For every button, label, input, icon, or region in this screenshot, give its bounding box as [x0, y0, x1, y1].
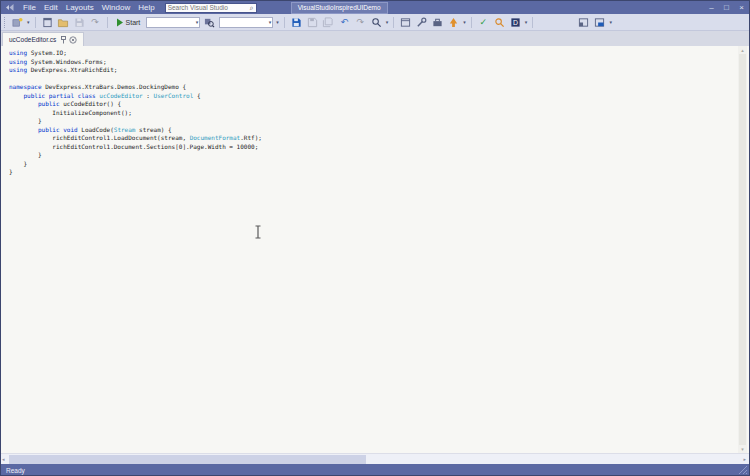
run-checks-icon[interactable]: ✓: [477, 16, 490, 29]
menu-layouts[interactable]: Layouts: [62, 1, 98, 14]
zoom-icon[interactable]: [370, 16, 383, 29]
dock-layout-left-icon[interactable]: [577, 16, 590, 29]
close-tab-icon[interactable]: [69, 36, 77, 44]
vertical-scrollbar[interactable]: ▴ ▾: [738, 46, 747, 453]
save-as-icon[interactable]: [306, 16, 319, 29]
search-input[interactable]: [168, 4, 250, 11]
svg-text:D: D: [513, 19, 518, 26]
close-button[interactable]: ×: [734, 1, 749, 14]
new-item-dropdown-icon[interactable]: ▾: [27, 16, 30, 29]
tab-label: ucCodeEditor.cs: [9, 36, 56, 43]
app-icon: [5, 3, 15, 12]
undo-icon[interactable]: ↶: [338, 16, 351, 29]
start-label: Start: [126, 19, 141, 26]
new-window-icon[interactable]: [399, 16, 412, 29]
code-line: }: [9, 160, 750, 169]
toolbox-icon[interactable]: [431, 16, 444, 29]
wrench-icon[interactable]: [415, 16, 428, 29]
save-all-icon[interactable]: [322, 16, 335, 29]
dock-layout-dropdown-icon[interactable]: ▾: [609, 16, 612, 29]
code-line: using System.IO;: [9, 49, 750, 58]
code-line: richEditControl1.Document.Sections[0].Pa…: [9, 143, 750, 152]
tab-uccodeeditor[interactable]: ucCodeEditor.cs: [2, 32, 84, 46]
new-item-icon[interactable]: [11, 16, 24, 29]
navigate-forward-icon[interactable]: ↷: [89, 16, 102, 29]
code-area[interactable]: using System.IO;using System.Windows.For…: [1, 46, 750, 453]
start-debug-button[interactable]: Start: [113, 16, 144, 29]
scroll-up-icon[interactable]: ▴: [741, 46, 744, 54]
code-line: namespace DevExpress.XtraBars.Demos.Dock…: [9, 83, 750, 92]
code-line: [9, 75, 750, 84]
search-target-combobox[interactable]: ▾: [219, 17, 273, 28]
code-line: }: [9, 168, 750, 177]
toolbar-separator: [393, 17, 394, 28]
maximize-button[interactable]: □: [719, 1, 734, 14]
solution-config-combobox[interactable]: ▾: [146, 17, 200, 28]
code-line: public partial class ucCodeEditor : User…: [9, 92, 750, 101]
toolbar-grip[interactable]: [4, 17, 7, 28]
find-symbol-icon[interactable]: [203, 16, 216, 29]
zoom-dropdown-icon[interactable]: ▾: [386, 16, 389, 29]
toolbar-separator: [284, 17, 285, 28]
code-line: InitializeComponent();: [9, 109, 750, 118]
menu-help[interactable]: Help: [134, 1, 158, 14]
menu-file[interactable]: File: [19, 1, 40, 14]
toolbar-options-dropdown-icon[interactable]: ▾: [276, 16, 279, 29]
toolbar-separator: [471, 17, 472, 28]
main-toolbar: ▾ ↷ Start ▾ ▾ ▾: [1, 14, 749, 31]
code-line: richEditControl1.LoadDocument(stream, Do…: [9, 134, 750, 143]
application-window: File Edit Layouts Window Help ⌕ VisualSt…: [0, 0, 750, 476]
title-bar: File Edit Layouts Window Help ⌕ VisualSt…: [1, 1, 749, 14]
play-icon: [116, 18, 124, 27]
new-file-icon[interactable]: [41, 16, 54, 29]
horizontal-scrollbar[interactable]: ◂ ▸: [1, 453, 749, 464]
code-line: public void LoadCode(Stream stream) {: [9, 126, 750, 135]
status-bar: Ready: [1, 464, 749, 476]
toolbar-separator: [532, 17, 533, 28]
code-line: }: [9, 117, 750, 126]
minimize-button[interactable]: –: [704, 1, 719, 14]
horizontal-scrollbar-thumb[interactable]: [9, 455, 366, 464]
document-tab-strip: ucCodeEditor.cs: [1, 31, 749, 46]
code-line: }: [9, 151, 750, 160]
redo-icon[interactable]: ↷: [354, 16, 367, 29]
code-line: using System.Windows.Forms;: [9, 58, 750, 67]
dock-layout-bottom-icon[interactable]: [593, 16, 606, 29]
toolbar-separator: [35, 17, 36, 28]
save-file-icon[interactable]: [73, 16, 86, 29]
quick-search-box[interactable]: ⌕: [165, 3, 257, 13]
find-in-files-icon[interactable]: [493, 16, 506, 29]
running-app-title[interactable]: VisualStudioInspiredUIDemo: [291, 2, 388, 14]
save-icon[interactable]: [290, 16, 303, 29]
document-dropdown-icon[interactable]: ▾: [525, 16, 528, 29]
boost-arrow-icon[interactable]: [447, 16, 460, 29]
toolbar-separator: [107, 17, 108, 28]
menu-window[interactable]: Window: [98, 1, 134, 14]
code-line: public ucCodeEditor() {: [9, 100, 750, 109]
code-line: using DevExpress.XtraRichEdit;: [9, 66, 750, 75]
vertical-scrollbar-thumb[interactable]: [739, 54, 746, 445]
search-icon: ⌕: [250, 4, 254, 12]
chevron-down-icon: ▾: [269, 16, 272, 29]
document-outline-icon[interactable]: D: [509, 16, 522, 29]
chevron-down-icon: ▾: [196, 16, 199, 29]
scroll-down-icon[interactable]: ▾: [741, 445, 744, 453]
status-text: Ready: [6, 467, 25, 474]
pin-icon[interactable]: [60, 36, 67, 44]
open-folder-icon[interactable]: [57, 16, 70, 29]
menu-edit[interactable]: Edit: [40, 1, 62, 14]
resize-grip[interactable]: [738, 465, 748, 476]
boost-dropdown-icon[interactable]: ▾: [463, 16, 466, 29]
